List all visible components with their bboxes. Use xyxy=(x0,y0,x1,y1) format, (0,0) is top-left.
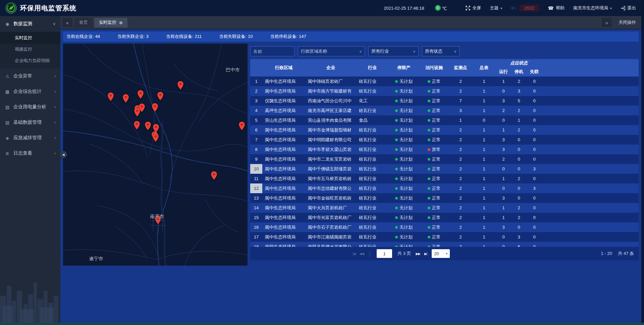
map-pin[interactable] xyxy=(152,103,158,113)
enterprise-cell: 阆中市枣碧大梁山页岩 xyxy=(305,145,356,154)
sidebar-group-enterprise-abnormal[interactable]: ⚠ 企业异常 ‹ xyxy=(0,68,60,84)
sidebar-item-power-load-detail[interactable]: 企业电力负荷明细 xyxy=(0,55,60,66)
run-cell: 1 xyxy=(496,213,511,222)
page-number-input[interactable] xyxy=(377,249,392,258)
limit-status-dot xyxy=(395,158,398,161)
city-label: 巴中市 xyxy=(226,67,240,73)
table-row[interactable]: 1阆中生态环境局阆中强锐页岩砖厂砖瓦行业无计划正常21120 xyxy=(250,76,639,86)
prev-page-button[interactable]: ◀◀ xyxy=(360,252,364,256)
table-row[interactable]: 18南部生态环境局南部县双佛水泥有限公砖瓦行业无计划正常21060 xyxy=(250,242,639,247)
notice-area[interactable]: 2632 xyxy=(511,5,539,11)
name-filter-input[interactable] xyxy=(250,46,294,56)
status-filter-select[interactable]: 所有状态 ∨ xyxy=(422,46,460,56)
sidebar-group-power-analysis[interactable]: ▨ 企业用电量分析 ‹ xyxy=(0,99,60,115)
sidebar-group-label: 企业用电量分析 xyxy=(13,104,46,110)
table-row[interactable]: 7阆中生态环境局阆中明阳建材有限公司砖瓦行业无计划正常21300 xyxy=(250,135,639,145)
table-row[interactable]: 11阆中生态环境局阆中市五马桥页岩机砖砖瓦行业无计划正常21120 xyxy=(250,174,639,183)
industry-cell: 砖瓦行业 xyxy=(356,213,388,222)
spacer-cell xyxy=(542,86,639,96)
first-page-button[interactable]: |◀ xyxy=(353,252,355,256)
chevron-left-icon: ‹ xyxy=(54,105,56,109)
sidebar-group-data-monitoring[interactable]: ◉ 数据监测 ∨ xyxy=(0,16,60,32)
table-row[interactable]: 3仪陇生态环境局西南油气田分公司川中化工无计划正常71350 xyxy=(250,96,639,106)
sidebar-group-log-view[interactable]: ≣ 日志查看 ‹ xyxy=(0,146,60,161)
map-pin[interactable] xyxy=(138,90,144,100)
map-pin[interactable] xyxy=(177,81,183,91)
sidebar-item-realtime-monitor[interactable]: 实时监控 xyxy=(0,32,60,44)
table-row[interactable]: 13阆中生态环境局阆中市金福旺页岩机砖砖瓦行业无计划正常21300 xyxy=(250,193,639,203)
tab-home[interactable]: 首页 xyxy=(74,18,93,28)
skyline-decoration xyxy=(0,272,60,323)
logout-button[interactable]: 退出 xyxy=(621,5,636,11)
region-filter-select[interactable]: 行政区域名称 ∨ xyxy=(298,46,365,56)
region-cell: 阆中生态环境局 xyxy=(262,203,305,213)
app-header: 环保用电监管系统 2021-02-25 17:46:18 0 ℃ 全屏 主题 ▾ xyxy=(0,0,641,16)
facility-cell: 正常 xyxy=(419,213,449,222)
facility-cell: 正常 xyxy=(419,76,449,86)
stop-cell: 0 xyxy=(511,193,527,203)
fullscreen-button[interactable]: 全屏 xyxy=(466,5,481,11)
facility-cell: 正常 xyxy=(419,193,449,203)
table-row[interactable]: 12阆中生态环境局阆中市忠信建材有限公砖瓦行业无计划正常21003 xyxy=(250,183,639,193)
spacer-cell xyxy=(542,145,639,154)
tab-close-icon[interactable]: ⊗ xyxy=(119,20,123,25)
table-row[interactable]: 5营山生态环境局营山县润丰肉食品有限食品无计划正常10010 xyxy=(250,115,639,125)
table-row[interactable]: 9阆中生态环境局阆中市二龙长宝页岩砖砖瓦行业无计划正常21200 xyxy=(250,154,639,164)
help-button[interactable]: ☎ 帮助 xyxy=(548,5,565,11)
map-pin[interactable] xyxy=(157,92,163,102)
enterprise-cell: 南充市高坪区王家店建 xyxy=(305,106,356,115)
tab-realtime-monitor[interactable]: 实时监控 ⊗ xyxy=(94,18,127,28)
meter-cell: 1 xyxy=(472,203,496,213)
map-pin[interactable] xyxy=(153,133,159,144)
stop-cell: 0 xyxy=(511,145,527,154)
map-collapse-button[interactable]: ◀ xyxy=(60,151,67,158)
tab-label: 实时监控 xyxy=(99,19,116,25)
region-cell: 阆中生态环境局 xyxy=(262,86,305,96)
fullscreen-label: 全屏 xyxy=(472,5,481,11)
city-label: 南充市 xyxy=(150,214,164,220)
theme-dropdown[interactable]: 主题 ▾ xyxy=(490,5,502,11)
last-page-button[interactable]: ▶| xyxy=(424,252,427,256)
sidebar-item-label: 实时监控 xyxy=(15,35,32,40)
tabs-scroll-left-button[interactable]: « xyxy=(62,18,72,27)
table-row[interactable]: 4高坪生态环境局南充市高坪区王家店建砖瓦行业无计划正常31220 xyxy=(250,106,639,115)
table-row[interactable]: 8阆中生态环境局阆中市枣碧大梁山页岩砖瓦行业无计划异常21300 xyxy=(250,145,639,154)
sidebar-group-basic-data[interactable]: ▤ 基础数据管理 ‹ xyxy=(0,115,60,130)
org-dropdown[interactable]: 南充市生态环境局 ▾ xyxy=(573,5,612,11)
table-row[interactable]: 16阆中生态环境局阆中市石子页岩机砖厂砖瓦行业无计划正常21300 xyxy=(250,222,639,232)
facility-cell: 异常 xyxy=(419,145,449,154)
map-pin[interactable] xyxy=(238,121,245,132)
map-pin[interactable] xyxy=(134,108,141,118)
region-cell: 阆中生态环境局 xyxy=(262,193,305,203)
sidebar-group-emergency-reduction[interactable]: ◈ 应急减排管理 ‹ xyxy=(0,130,60,146)
map-pin[interactable] xyxy=(211,171,217,181)
close-operations-button[interactable]: 关闭操作 xyxy=(619,19,636,25)
tabs-scroll-right-button[interactable]: » xyxy=(602,18,612,27)
table-row[interactable]: 15阆中生态环境局阆中市光富页岩机砖厂砖瓦行业无计划正常21120 xyxy=(250,213,639,222)
map-pin[interactable] xyxy=(107,92,114,103)
map-pin[interactable] xyxy=(123,94,129,104)
chevron-left-icon: ‹ xyxy=(54,151,56,156)
table-row[interactable]: 17阆中生态环境局阆中市江南镇阆南页岩砖瓦行业无计划正常21030 xyxy=(250,232,639,242)
limit-cell: 无计划 xyxy=(388,164,419,174)
limit-status-dot xyxy=(395,90,398,93)
table-row[interactable]: 2阆中生态环境局阆中市南方节能建材有砖瓦行业无计划正常21030 xyxy=(250,86,639,96)
sidebar-item-video-monitor[interactable]: 视频监控 xyxy=(0,44,60,55)
table-row[interactable]: 6阆中生态环境局阆中市金博瑞新型墙材砖瓦行业无计划正常21120 xyxy=(250,125,639,135)
enterprise-table: 行政区域 企业 行业 停限产 治污设施 监测点 总表 点位状态 xyxy=(250,59,639,247)
enterprise-cell: 阆中明阳建材有限公司 xyxy=(305,135,356,145)
next-page-button[interactable]: ▶▶ xyxy=(416,252,420,256)
sidebar-group-enterprise-statistics[interactable]: ▦ 企业综合统计 ‹ xyxy=(0,84,60,99)
run-cell: 0 xyxy=(496,115,511,125)
map-pin[interactable] xyxy=(134,121,140,131)
industry-filter-select[interactable]: 所有行业 ∨ xyxy=(368,46,419,56)
table-row[interactable]: 10阆中生态环境局阆中千佛镇五郎垭页岩砖瓦行业无计划正常21003 xyxy=(250,164,639,174)
page-size-select[interactable]: 20 ▾ xyxy=(432,249,450,258)
table-row[interactable]: 14阆中生态环境局阆中大兴页岩机砖厂砖瓦行业无计划正常21120 xyxy=(250,203,639,213)
map-pin[interactable] xyxy=(145,121,151,132)
main-area: ◉ 数据监测 ∨ 实时监控 视频监控 企业电力负荷明细 ⚠ 企业异常 ‹ xyxy=(0,16,641,323)
bar-chart-icon: ▨ xyxy=(5,105,10,110)
lost-cell: 0 xyxy=(527,174,542,183)
facility-cell: 正常 xyxy=(419,135,449,145)
map-panel[interactable]: 巴中市南充市遂宁市 ◀ xyxy=(63,44,248,266)
